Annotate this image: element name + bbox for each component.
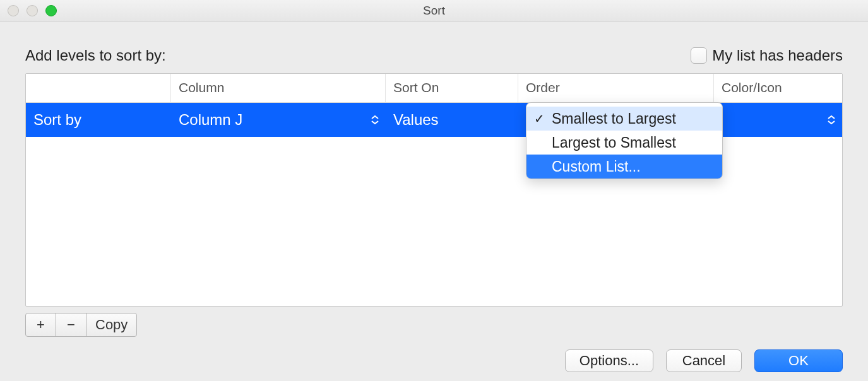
titlebar: Sort [0, 0, 868, 21]
column-select[interactable]: Column J [171, 103, 386, 137]
cancel-button[interactable]: Cancel [666, 349, 742, 372]
instruction-label: Add levels to sort by: [25, 47, 166, 64]
remove-level-button[interactable]: − [56, 314, 86, 336]
chevron-updown-icon [371, 115, 379, 124]
th-sortby [26, 74, 171, 102]
order-option-smallest-largest[interactable]: Smallest to Largest [526, 107, 722, 131]
row-label: Sort by [26, 103, 171, 137]
table-header-row: Column Sort On Order Color/Icon [26, 74, 842, 103]
th-column: Column [171, 74, 386, 102]
add-level-button[interactable]: + [26, 314, 56, 336]
column-select-value: Column J [179, 111, 242, 129]
traffic-lights [8, 5, 57, 16]
order-option-custom-list[interactable]: Custom List... [526, 155, 722, 179]
th-color: Color/Icon [714, 74, 842, 102]
sort-levels-table: Column Sort On Order Color/Icon Sort by … [25, 73, 843, 307]
row-label-text: Sort by [33, 111, 81, 129]
ok-button[interactable]: OK [754, 349, 843, 372]
close-window-button[interactable] [8, 5, 19, 16]
level-toolbar: + − Copy [25, 313, 843, 337]
th-order: Order [518, 74, 714, 102]
order-option-largest-smallest[interactable]: Largest to Smallest [526, 131, 722, 155]
copy-level-button[interactable]: Copy [86, 314, 136, 336]
dialog-content: Add levels to sort by: My list has heade… [0, 21, 868, 337]
headers-checkbox-wrap[interactable]: My list has headers [691, 47, 843, 64]
chevron-updown-icon [827, 115, 836, 124]
options-button[interactable]: Options... [565, 349, 653, 372]
sorton-select[interactable]: Values [386, 103, 518, 137]
window-title: Sort [423, 4, 445, 18]
headers-checkbox[interactable] [691, 47, 707, 64]
dialog-footer: Options... Cancel OK [565, 349, 843, 372]
order-dropdown-menu[interactable]: Smallest to Largest Largest to Smallest … [526, 102, 723, 179]
sorton-select-value: Values [393, 111, 439, 129]
zoom-window-button[interactable] [45, 5, 57, 16]
th-sorton: Sort On [386, 74, 518, 102]
color-select[interactable] [714, 103, 842, 137]
headers-checkbox-label: My list has headers [712, 47, 843, 64]
minimize-window-button[interactable] [27, 5, 38, 16]
